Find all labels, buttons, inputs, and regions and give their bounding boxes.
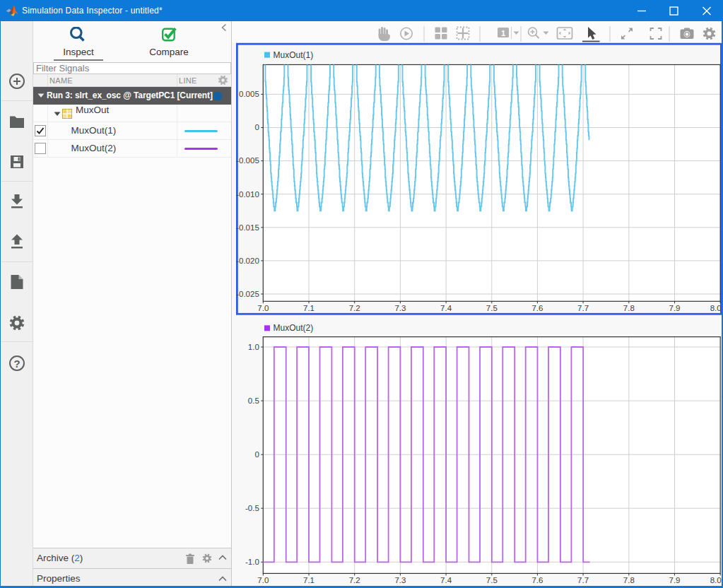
svg-text:8.0: 8.0 [710, 304, 722, 312]
svg-text:7.2: 7.2 [349, 576, 360, 584]
svg-text:7.3: 7.3 [394, 304, 406, 312]
svg-text:1.0: 1.0 [248, 343, 259, 351]
svg-text:0: 0 [254, 123, 259, 131]
svg-text:-1.0: -1.0 [245, 558, 259, 566]
svg-text:MuxOut(2): MuxOut(2) [274, 323, 314, 333]
svg-text:-0.010: -0.010 [236, 190, 259, 199]
svg-text:7.0: 7.0 [257, 304, 269, 312]
svg-text:0: 0 [254, 450, 259, 459]
svg-text:8.0: 8.0 [710, 576, 722, 584]
svg-text:7.2: 7.2 [349, 304, 360, 312]
svg-text:MuxOut(1): MuxOut(1) [274, 50, 314, 60]
svg-text:7.0: 7.0 [257, 576, 269, 584]
svg-text:7.8: 7.8 [623, 304, 635, 312]
svg-text:?: ? [13, 358, 20, 370]
svg-text:-0.5: -0.5 [245, 504, 259, 512]
svg-text:7.4: 7.4 [440, 304, 452, 312]
svg-text:1: 1 [501, 29, 505, 37]
svg-text:-0.020: -0.020 [236, 257, 259, 265]
svg-text:-0.015: -0.015 [236, 223, 259, 232]
svg-text:7.5: 7.5 [486, 576, 498, 584]
svg-text:7.3: 7.3 [394, 576, 406, 584]
svg-text:7.5: 7.5 [486, 304, 498, 312]
svg-text:7.6: 7.6 [531, 576, 543, 584]
svg-text:7.9: 7.9 [669, 576, 681, 584]
svg-text:7.1: 7.1 [303, 576, 315, 584]
svg-text:7.8: 7.8 [623, 576, 635, 584]
svg-text:0.5: 0.5 [248, 396, 259, 405]
svg-text:7.9: 7.9 [669, 304, 681, 312]
svg-text:-0.005: -0.005 [236, 156, 259, 165]
svg-text:7.6: 7.6 [531, 304, 543, 312]
svg-text:-0.025: -0.025 [236, 290, 259, 298]
svg-text:0.005: 0.005 [239, 90, 259, 98]
svg-text:7.1: 7.1 [303, 304, 315, 312]
svg-text:7.7: 7.7 [577, 304, 589, 312]
svg-text:7.4: 7.4 [440, 576, 452, 584]
svg-text:7.7: 7.7 [577, 576, 589, 584]
